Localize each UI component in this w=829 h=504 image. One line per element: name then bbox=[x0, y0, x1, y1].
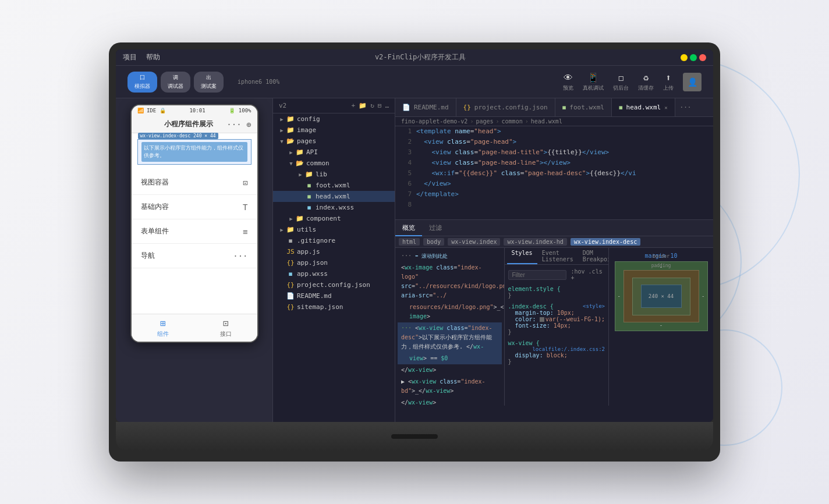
toolbar-action-upload[interactable]: ⬆ 上传 bbox=[663, 72, 674, 92]
tree-action-refresh[interactable]: ↻ bbox=[370, 102, 374, 109]
tree-item-app-js[interactable]: JS app.js bbox=[273, 246, 395, 257]
tree-item-component[interactable]: ▶ 📁 component bbox=[273, 213, 395, 224]
interface-tab-icon: ⊡ bbox=[223, 318, 229, 329]
tree-item-label-config: config bbox=[297, 115, 320, 123]
toolbar-action-mobile[interactable]: 📱 真机调试 bbox=[583, 72, 604, 92]
stab-dom-breakpoints[interactable]: DOM Breakpoints bbox=[578, 248, 608, 264]
phone-menu-item-2[interactable]: 表单组件 ≡ bbox=[132, 219, 257, 244]
file-icon-app-js: JS bbox=[286, 248, 295, 255]
style-selector-wx-view: wx-view { localfile:/.index.css:2 bbox=[508, 340, 605, 346]
tree-item-readme[interactable]: 📄 README.md bbox=[273, 290, 395, 301]
btab-filter[interactable]: 过滤 bbox=[422, 220, 449, 236]
phone-menu-item-0[interactable]: 视图容器 ⊡ bbox=[132, 171, 257, 195]
toolbar-action-cache[interactable]: ♻ 清缓存 bbox=[638, 72, 654, 92]
editor-tabs: 📄 README.md {} project.config.json ◼ foo… bbox=[395, 98, 713, 117]
tree-item-app-wxss[interactable]: ◼ app.wxss bbox=[273, 268, 395, 279]
phone-tab-interface[interactable]: ⊡ 接口 bbox=[194, 314, 257, 342]
phone-frame: 📶 IDE 🔒 10:01 🔋 100% 小程序组件展示 ··· ⊕ bbox=[116, 98, 272, 422]
menu-item-help[interactable]: 帮助 bbox=[146, 52, 160, 62]
tree-item-common[interactable]: ▼ 📂 common bbox=[273, 158, 395, 169]
stab-event-listeners[interactable]: Event Listeners bbox=[537, 248, 578, 264]
tree-item-config[interactable]: ▶ 📁 config bbox=[273, 113, 395, 125]
tree-item-sitemap[interactable]: {} sitemap.json bbox=[273, 301, 395, 313]
tree-item-label-app-json: app.json bbox=[297, 259, 328, 267]
etag-wx-view-index[interactable]: wx-view.index bbox=[448, 238, 500, 246]
user-avatar[interactable]: 👤 bbox=[683, 73, 702, 91]
stab-styles[interactable]: Styles bbox=[507, 248, 537, 264]
tab-foot-wxml[interactable]: ◼ foot.wxml bbox=[555, 98, 612, 117]
style-brace-wx-view: } bbox=[508, 359, 605, 365]
code-line-6: 6 </view> bbox=[395, 179, 713, 189]
folder-icon-utils: 📁 bbox=[286, 226, 295, 233]
tree-item-project-config[interactable]: {} project.config.json bbox=[273, 279, 395, 290]
btab-overview[interactable]: 概览 bbox=[395, 220, 422, 236]
styles-panel[interactable]: :hov .cls + element.style { } bbox=[505, 265, 609, 406]
phone-tab-component[interactable]: ⊞ 组件 bbox=[132, 314, 194, 342]
tree-action-new-folder[interactable]: 📁 bbox=[359, 102, 367, 109]
box-content-area: 240 × 44 bbox=[641, 285, 682, 308]
tab-label-foot: foot.wxml bbox=[569, 104, 604, 111]
box-margin: - - - - border padding 240 bbox=[615, 261, 708, 331]
tab-project-config[interactable]: {} project.config.json bbox=[456, 98, 555, 117]
file-icon-sitemap: {} bbox=[286, 303, 295, 311]
phone-status-bar: 📶 IDE 🔒 10:01 🔋 100% bbox=[132, 105, 257, 116]
phone-highlight-text: 以下展示小程序官方组件能力，组件样式仅供参考。 bbox=[141, 142, 247, 162]
preview-icon: 👁 bbox=[564, 72, 573, 83]
tree-item-image[interactable]: ▶ 📁 image bbox=[273, 125, 395, 136]
tree-item-pages[interactable]: ▼ 📂 pages bbox=[273, 136, 395, 147]
styles-filter-input[interactable] bbox=[508, 270, 566, 280]
code-editor[interactable]: 1 <template name="head"> 2 <view class="… bbox=[395, 126, 713, 219]
toolbar-btn-test[interactable]: 出 测试案 bbox=[194, 72, 224, 93]
box-model-diagram: - - - - border padding 240 bbox=[615, 261, 708, 331]
code-line-5: 5 <wx:if="{{desc}}" class="page-head-des… bbox=[395, 168, 713, 179]
tab-head-wxml[interactable]: ◼ head.wxml ✕ bbox=[612, 98, 675, 117]
etag-wx-view-desc[interactable]: wx-view.index-desc bbox=[571, 238, 640, 246]
tree-item-utils[interactable]: ▶ 📁 utils bbox=[273, 224, 395, 235]
phone-panel: 📶 IDE 🔒 10:01 🔋 100% 小程序组件展示 ··· ⊕ bbox=[116, 98, 273, 422]
etag-html[interactable]: html bbox=[399, 238, 420, 246]
html-tree-line-8: </wx-view> bbox=[398, 397, 502, 406]
arrow-lib: ▶ bbox=[296, 172, 304, 178]
main-content: 📶 IDE 🔒 10:01 🔋 100% 小程序组件展示 ··· ⊕ bbox=[116, 98, 713, 422]
folder-icon-image: 📁 bbox=[286, 126, 295, 134]
tree-item-api[interactable]: ▶ 📁 API bbox=[273, 147, 395, 158]
debug-icon: 调 bbox=[173, 74, 178, 81]
styles-pseudo[interactable]: :hov .cls + bbox=[571, 268, 605, 281]
tab-close-head[interactable]: ✕ bbox=[664, 105, 667, 111]
etag-body[interactable]: body bbox=[423, 238, 444, 246]
tree-item-app-json[interactable]: {} app.json bbox=[273, 257, 395, 268]
style-source-index-desc[interactable]: <style> bbox=[583, 303, 605, 309]
tree-item-index-wxss[interactable]: ◼ index.wxss bbox=[273, 202, 395, 213]
minimize-button[interactable] bbox=[681, 54, 688, 61]
close-button[interactable] bbox=[699, 54, 706, 61]
tree-item-head-wxml[interactable]: ◼ head.wxml bbox=[273, 191, 395, 202]
style-source-wx-view[interactable]: localfile:/.index.css:2 bbox=[532, 346, 605, 352]
style-rule-wx-view: wx-view { localfile:/.index.css:2 displa… bbox=[508, 339, 605, 366]
tree-item-gitignore[interactable]: ◼ .gitignore bbox=[273, 235, 395, 246]
phone-time: 10:01 bbox=[189, 108, 205, 113]
toolbar-btn-group: 囗 模拟器 调 调试器 出 测试案 bbox=[127, 72, 224, 93]
toolbar-btn-debug[interactable]: 调 调试器 bbox=[161, 72, 190, 93]
tree-action-more[interactable]: … bbox=[385, 102, 389, 109]
phone-title-bar: 小程序组件展示 ··· ⊕ bbox=[132, 116, 257, 133]
box-margin-bottom-val: - bbox=[660, 322, 663, 328]
tree-item-label-app-js: app.js bbox=[297, 248, 320, 255]
etag-wx-view-hd[interactable]: wx-view.index-hd bbox=[504, 238, 566, 246]
tree-action-collapse[interactable]: ⊟ bbox=[378, 102, 382, 109]
phone-menu-item-1[interactable]: 基础内容 T bbox=[132, 195, 257, 219]
window-controls bbox=[681, 54, 706, 61]
toolbar-action-background[interactable]: ◻ 切后台 bbox=[613, 72, 629, 92]
html-view[interactable]: ··· ⬅ 滚动到此处 <wx-image class="index-logo"… bbox=[395, 248, 504, 406]
toolbar-btn-simulator[interactable]: 囗 模拟器 bbox=[127, 72, 157, 93]
tab-more[interactable]: ··· bbox=[675, 104, 696, 111]
tree-item-foot-wxml[interactable]: ◼ foot.wxml bbox=[273, 180, 395, 191]
maximize-button[interactable] bbox=[690, 54, 697, 61]
tree-item-lib[interactable]: ▶ 📁 lib bbox=[273, 169, 395, 180]
cache-label: 清缓存 bbox=[638, 84, 654, 92]
tree-action-new-file[interactable]: + bbox=[352, 102, 356, 109]
menu-item-project[interactable]: 项目 bbox=[123, 52, 137, 62]
phone-menu-item-3[interactable]: 导航 ··· bbox=[132, 244, 257, 268]
tab-readme[interactable]: 📄 README.md bbox=[395, 98, 456, 117]
toolbar-action-preview[interactable]: 👁 预览 bbox=[563, 72, 573, 92]
tab-icon-readme: 📄 bbox=[402, 104, 410, 111]
